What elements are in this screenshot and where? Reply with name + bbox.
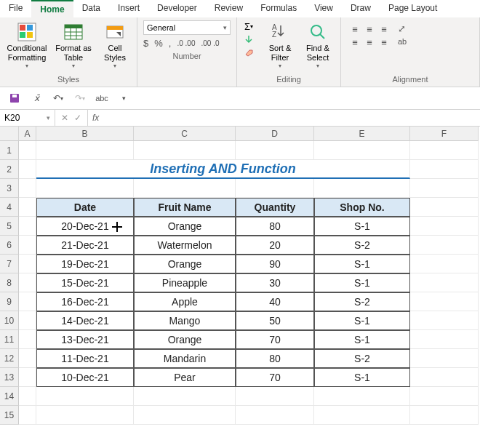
cell[interactable] xyxy=(19,236,36,255)
save-button[interactable] xyxy=(7,91,22,105)
cell[interactable] xyxy=(410,198,479,217)
cell[interactable] xyxy=(410,387,479,406)
cell[interactable] xyxy=(19,368,36,387)
cell[interactable] xyxy=(134,141,236,160)
data-qty[interactable]: 70 xyxy=(236,330,314,349)
data-shop[interactable]: S-1 xyxy=(314,311,410,330)
data-qty[interactable]: 50 xyxy=(236,311,314,330)
cell[interactable] xyxy=(19,292,36,311)
worksheet[interactable]: A B C D E F 12Inserting AND Function34Da… xyxy=(0,127,480,425)
cell[interactable] xyxy=(19,406,36,425)
tab-data[interactable]: Data xyxy=(73,0,109,17)
align-top-right-button[interactable]: ≡ xyxy=(377,23,391,35)
undo-button[interactable]: ↶ ▾ xyxy=(51,91,65,105)
cell[interactable] xyxy=(236,387,314,406)
data-qty[interactable]: 80 xyxy=(236,217,314,236)
fill-button[interactable] xyxy=(241,33,256,45)
cell[interactable] xyxy=(410,368,479,387)
row-header[interactable]: 14 xyxy=(0,387,19,406)
cell[interactable] xyxy=(134,179,236,198)
row-header[interactable]: 2 xyxy=(0,160,19,179)
cell[interactable] xyxy=(19,179,36,198)
clear-button[interactable] xyxy=(241,47,256,58)
row-header[interactable]: 6 xyxy=(0,236,19,255)
name-box[interactable]: K20 ▾ xyxy=(0,110,55,126)
autosum-button[interactable]: Σ ▾ xyxy=(241,20,256,32)
cell[interactable] xyxy=(236,141,314,160)
cell[interactable] xyxy=(410,141,479,160)
data-qty[interactable]: 70 xyxy=(236,368,314,387)
col-header-c[interactable]: C xyxy=(134,127,236,141)
cell[interactable] xyxy=(134,387,236,406)
cell[interactable] xyxy=(410,349,479,368)
cell[interactable] xyxy=(19,273,36,292)
cell[interactable] xyxy=(19,330,36,349)
stats-button[interactable]: x̄ xyxy=(29,91,44,105)
fx-icon[interactable]: fx xyxy=(88,113,103,123)
data-shop[interactable]: S-1 xyxy=(314,255,410,273)
data-date[interactable]: 20-Dec-21 xyxy=(36,217,134,236)
wrap-text-button[interactable]: ab xyxy=(398,37,407,46)
align-top-left-button[interactable]: ≡ xyxy=(348,23,361,35)
tab-review[interactable]: Review xyxy=(206,0,252,17)
data-date[interactable]: 16-Dec-21 xyxy=(36,292,134,311)
cell[interactable] xyxy=(410,311,479,330)
find-select-button[interactable]: Find & Select ▾ xyxy=(300,20,336,71)
cell[interactable] xyxy=(36,387,134,406)
cell[interactable] xyxy=(36,179,134,198)
spellcheck-button[interactable]: abc xyxy=(95,91,109,105)
row-header[interactable]: 7 xyxy=(0,255,19,273)
row-header[interactable]: 1 xyxy=(0,141,19,160)
col-header-a[interactable]: A xyxy=(19,127,36,141)
cancel-formula-button[interactable]: ✕ xyxy=(61,113,68,123)
tab-home[interactable]: Home xyxy=(31,0,73,17)
decrease-decimal-button[interactable]: .0 .00 xyxy=(177,39,195,47)
data-date[interactable]: 10-Dec-21 xyxy=(36,368,134,387)
cell[interactable] xyxy=(314,141,410,160)
data-shop[interactable]: S-2 xyxy=(314,349,410,368)
header-fruit[interactable]: Fruit Name xyxy=(134,198,236,217)
number-format-select[interactable]: General ▾ xyxy=(143,20,231,35)
qat-dropdown[interactable]: ▾ xyxy=(116,91,131,105)
data-fruit[interactable]: Pineapple xyxy=(134,273,236,292)
tab-view[interactable]: View xyxy=(305,0,342,17)
tab-draw[interactable]: Draw xyxy=(342,0,380,17)
data-date[interactable]: 14-Dec-21 xyxy=(36,311,134,330)
row-header[interactable]: 13 xyxy=(0,368,19,387)
tab-formulas[interactable]: Formulas xyxy=(252,0,305,17)
col-header-b[interactable]: B xyxy=(36,127,134,141)
cell[interactable] xyxy=(410,292,479,311)
data-shop[interactable]: S-1 xyxy=(314,273,410,292)
cell[interactable] xyxy=(36,141,134,160)
header-shop[interactable]: Shop No. xyxy=(314,198,410,217)
cell[interactable] xyxy=(314,387,410,406)
align-top-center-button[interactable]: ≡ xyxy=(363,23,376,35)
col-header-e[interactable]: E xyxy=(314,127,410,141)
data-shop[interactable]: S-1 xyxy=(314,330,410,349)
row-header[interactable]: 5 xyxy=(0,217,19,236)
align-bottom-right-button[interactable]: ≡ xyxy=(377,36,391,48)
redo-button[interactable]: ↷ ▾ xyxy=(73,91,87,105)
data-qty[interactable]: 90 xyxy=(236,255,314,273)
data-fruit[interactable]: Orange xyxy=(134,217,236,236)
conditional-formatting-button[interactable]: Conditional Formatting ▾ xyxy=(4,20,49,71)
format-as-table-button[interactable]: Format as Table ▾ xyxy=(51,20,96,71)
title-cell[interactable]: Inserting AND Function xyxy=(36,160,410,179)
formula-input[interactable] xyxy=(103,110,480,126)
col-header-d[interactable]: D xyxy=(236,127,314,141)
data-fruit[interactable]: Watermelon xyxy=(134,236,236,255)
cell[interactable] xyxy=(236,406,314,425)
cell[interactable] xyxy=(36,406,134,425)
data-fruit[interactable]: Mandarin xyxy=(134,349,236,368)
data-fruit[interactable]: Mango xyxy=(134,311,236,330)
data-shop[interactable]: S-2 xyxy=(314,236,410,255)
cell[interactable] xyxy=(314,406,410,425)
accounting-format-button[interactable]: $ xyxy=(143,38,148,49)
cell[interactable] xyxy=(19,349,36,368)
header-date[interactable]: Date xyxy=(36,198,134,217)
cell[interactable] xyxy=(19,141,36,160)
row-header[interactable]: 9 xyxy=(0,292,19,311)
col-header-f[interactable]: F xyxy=(410,127,479,141)
data-date[interactable]: 15-Dec-21 xyxy=(36,273,134,292)
increase-decimal-button[interactable]: .00 .0 xyxy=(201,39,219,47)
